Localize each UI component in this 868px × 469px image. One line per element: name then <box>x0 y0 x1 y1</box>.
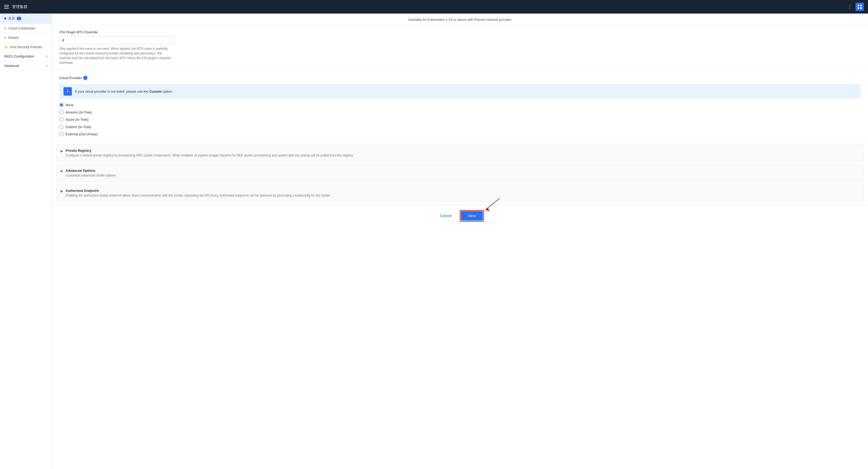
authorized-endpoint-content: Authorized Endpoint Enabling the authori… <box>66 189 331 198</box>
sidebar-advanced[interactable]: Advanced ▾ <box>0 61 52 70</box>
radio-none-input[interactable] <box>59 103 63 107</box>
advanced-label: Advanced <box>4 64 19 68</box>
next-wrapper: Next <box>460 210 484 222</box>
cloud-provider-info-icon[interactable]: i <box>83 76 87 80</box>
info-box-icon: i <box>63 87 72 95</box>
cluster-badge: 1 <box>17 17 21 20</box>
layout: 集群 1 Cloud Credentials Drivers 📁 Pod Sec… <box>0 13 868 469</box>
bottom-bar: Cancel Next <box>52 205 868 227</box>
radio-external-input[interactable] <box>59 132 63 136</box>
svg-rect-0 <box>858 5 859 6</box>
sidebar-item-cluster[interactable]: 集群 1 <box>0 13 52 24</box>
sidebar: 集群 1 Cloud Credentials Drivers 📁 Pod Sec… <box>0 13 52 469</box>
topbar: 管理集群 ⋮ <box>0 0 868 13</box>
sidebar-pod-security-label: Pod Security Policies <box>10 45 42 49</box>
radio-custom[interactable]: Custom (In-Tree) <box>59 125 861 129</box>
menu-icon[interactable] <box>4 5 9 8</box>
cancel-button[interactable]: Cancel <box>436 212 456 220</box>
topbar-title: 管理集群 <box>12 4 28 9</box>
svg-marker-5 <box>485 207 489 211</box>
main-content: Available for Kubernetes 1.15 or above w… <box>52 13 868 469</box>
radio-azure-input[interactable] <box>59 117 63 121</box>
cluster-dot <box>4 18 6 20</box>
radio-azure[interactable]: Azure (In-Tree) <box>59 117 861 121</box>
advanced-options-section: ▶ Advanced Options Customize advanced cl… <box>56 165 864 182</box>
svg-rect-1 <box>860 5 862 6</box>
drivers-dot <box>4 37 6 39</box>
advanced-options-content: Advanced Options Customize advanced clus… <box>66 169 116 178</box>
svg-rect-2 <box>858 7 859 9</box>
sidebar-item-drivers[interactable]: Drivers <box>0 33 52 42</box>
cni-section: CNI Plugin MTU Override Only applied if … <box>52 25 868 70</box>
content-area: Available for Kubernetes 1.15 or above w… <box>52 13 868 237</box>
sidebar-cloud-credentials-label: Cloud Credentials <box>8 26 35 30</box>
sidebar-item-pod-security-policies[interactable]: 📁 Pod Security Policies <box>0 42 52 52</box>
cni-hint: Only applied if the value is non-zero. W… <box>59 46 174 65</box>
rke1-chevron: ▾ <box>46 55 48 58</box>
radio-external[interactable]: External (Out-of-tree) <box>59 132 861 136</box>
info-box-text: If your cloud provider is not listed, pl… <box>75 90 173 93</box>
advanced-options-arrow: ▶ <box>61 169 63 173</box>
radio-amazon[interactable]: Amazon (In-Tree) <box>59 110 861 114</box>
radio-amazon-input[interactable] <box>59 110 63 114</box>
cloud-provider-label: Cloud Provider i <box>59 76 861 80</box>
radio-custom-input[interactable] <box>59 125 63 129</box>
sidebar-cluster-label: 集群 <box>8 16 15 21</box>
authorized-endpoint-header[interactable]: ▶ Authorized Endpoint Enabling the autho… <box>57 185 864 201</box>
top-info-text: Available for Kubernetes 1.15 or above w… <box>52 13 868 25</box>
sidebar-drivers-label: Drivers <box>8 36 19 39</box>
authorized-endpoint-section: ▶ Authorized Endpoint Enabling the autho… <box>56 185 864 202</box>
authorized-endpoint-arrow: ▶ <box>61 189 63 193</box>
advanced-options-header[interactable]: ▶ Advanced Options Customize advanced cl… <box>57 165 864 181</box>
next-button[interactable]: Next <box>461 211 483 221</box>
cni-input[interactable] <box>59 36 174 44</box>
grid-icon[interactable] <box>856 3 864 11</box>
private-registry-content: Private Registry Configure a default pri… <box>66 149 353 158</box>
private-registry-section: ▶ Private Registry Configure a default p… <box>56 145 864 162</box>
private-registry-header[interactable]: ▶ Private Registry Configure a default p… <box>57 145 864 162</box>
topbar-right: ⋮ <box>847 3 864 11</box>
cloud-provider-radio-group: None Amazon (In-Tree) Azure (In-Tree) Cu… <box>59 103 861 136</box>
next-button-highlight: Next <box>460 210 484 222</box>
sidebar-item-cloud-credentials[interactable]: Cloud Credentials <box>0 24 52 33</box>
folder-icon: 📁 <box>4 45 8 49</box>
cloud-provider-section: Cloud Provider i i If your cloud provide… <box>52 70 868 142</box>
cloud-provider-info-box: i If your cloud provider is not listed, … <box>59 84 861 99</box>
cni-label: CNI Plugin MTU Override <box>59 30 861 34</box>
radio-none[interactable]: None <box>59 103 861 107</box>
svg-rect-3 <box>860 7 862 9</box>
rke1-label: RKE1 Configuration <box>4 54 34 58</box>
advanced-chevron: ▾ <box>46 64 48 67</box>
private-registry-arrow: ▶ <box>61 149 63 153</box>
topbar-left: 管理集群 <box>4 4 28 9</box>
more-options-icon[interactable]: ⋮ <box>847 4 852 10</box>
cloud-credentials-dot <box>4 27 6 29</box>
sidebar-rke1-configuration[interactable]: RKE1 Configuration ▾ <box>0 52 52 61</box>
